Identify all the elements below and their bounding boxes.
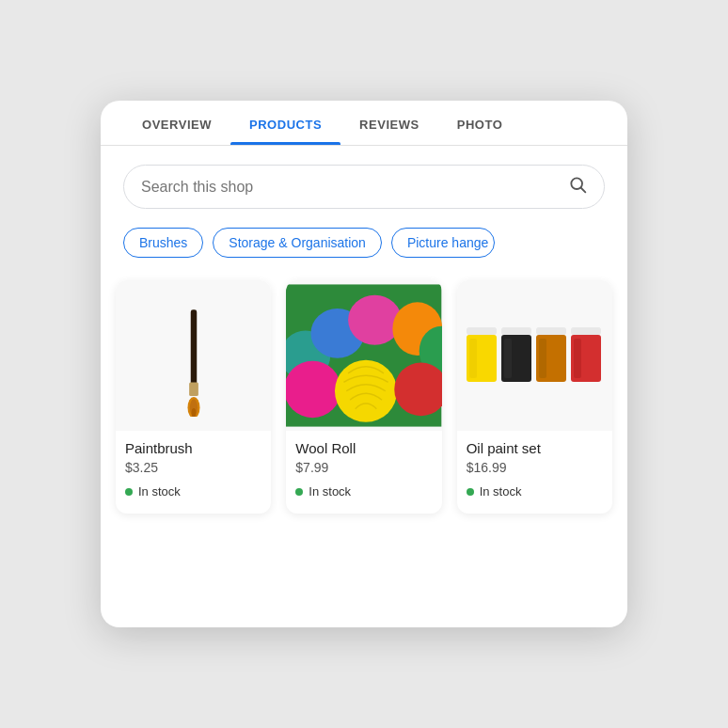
paintbrush-image (116, 280, 271, 431)
svg-rect-25 (571, 327, 601, 335)
products-grid: Paintbrush $3.25 In stock (101, 273, 627, 536)
paint-status: In stock (467, 484, 603, 508)
svg-rect-3 (189, 382, 198, 396)
tab-products[interactable]: PRODUCTS (230, 101, 340, 145)
paintbrush-name: Paintbrush (125, 440, 261, 456)
paintbrush-status-label: In stock (138, 484, 181, 499)
svg-rect-27 (574, 339, 581, 378)
svg-point-10 (348, 295, 402, 345)
search-section (101, 146, 627, 220)
wool-name: Wool Roll (295, 440, 432, 456)
svg-rect-21 (504, 339, 512, 378)
product-card-paint[interactable]: Oil paint set $16.99 In stock (457, 280, 612, 514)
wool-status-dot (295, 488, 303, 496)
paintbrush-price: $3.25 (125, 460, 261, 475)
paint-price: $16.99 (467, 460, 603, 475)
search-icon (568, 175, 587, 198)
shop-card: OVERVIEW PRODUCTS REVIEWS PHOTO Brushes … (101, 101, 627, 627)
product-card-wool[interactable]: Wool Roll $7.99 In stock (286, 280, 441, 514)
chip-storage[interactable]: Storage & Organisation (213, 228, 382, 258)
svg-rect-19 (501, 327, 531, 335)
wool-price: $7.99 (295, 460, 432, 475)
paint-set-image (457, 280, 612, 431)
tab-reviews[interactable]: REVIEWS (340, 101, 438, 145)
svg-rect-2 (190, 309, 197, 386)
svg-point-13 (286, 361, 341, 418)
chip-picture-hanger[interactable]: Picture hange (391, 228, 495, 258)
paintbrush-status: In stock (125, 484, 261, 508)
chip-brushes[interactable]: Brushes (123, 228, 203, 258)
svg-rect-22 (536, 327, 566, 335)
svg-rect-18 (469, 339, 477, 378)
product-card-paintbrush[interactable]: Paintbrush $3.25 In stock (116, 280, 271, 514)
svg-line-1 (581, 188, 586, 193)
tab-photos[interactable]: PHOTO (438, 101, 504, 145)
wool-info: Wool Roll $7.99 In stock (286, 431, 441, 514)
svg-point-14 (335, 360, 397, 422)
paintbrush-status-dot (125, 488, 133, 496)
filter-chips: Brushes Storage & Organisation Picture h… (101, 220, 627, 273)
wool-image (286, 280, 441, 431)
paint-status-label: In stock (480, 484, 522, 499)
paintbrush-info: Paintbrush $3.25 In stock (116, 431, 271, 514)
wool-status-label: In stock (309, 484, 351, 499)
tab-bar: OVERVIEW PRODUCTS REVIEWS PHOTO (101, 101, 627, 146)
tab-overview[interactable]: OVERVIEW (123, 101, 230, 145)
svg-rect-24 (539, 339, 546, 378)
paint-name: Oil paint set (467, 440, 603, 456)
paint-status-dot (467, 488, 474, 496)
paint-info: Oil paint set $16.99 In stock (457, 431, 612, 514)
search-input[interactable] (141, 179, 559, 196)
wool-status: In stock (295, 484, 432, 508)
svg-rect-16 (467, 327, 497, 335)
search-bar-container[interactable] (123, 165, 605, 209)
